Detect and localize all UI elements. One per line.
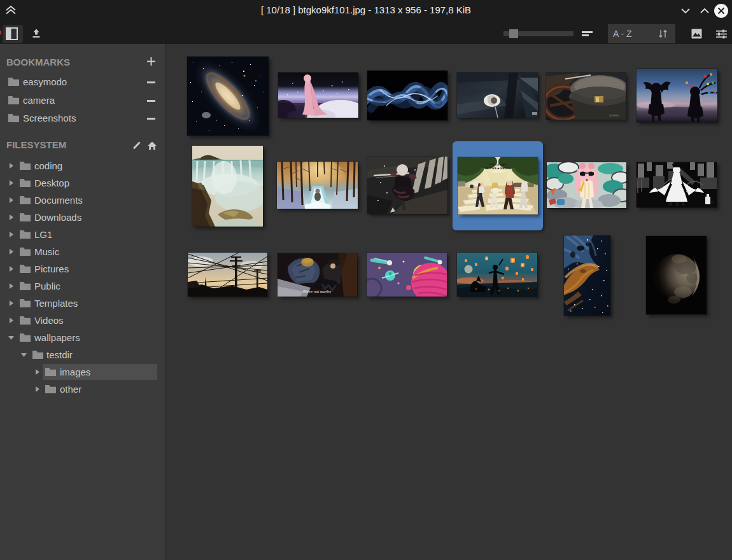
- svg-text:We're not worthy: We're not worthy: [303, 290, 332, 293]
- svg-text:MADOKA ★ MAGICA: MADOKA ★ MAGICA: [484, 167, 511, 170]
- svg-text:LEYEND: LEYEND: [609, 114, 619, 117]
- svg-text:PUELLA MAGI: PUELLA MAGI: [489, 163, 507, 166]
